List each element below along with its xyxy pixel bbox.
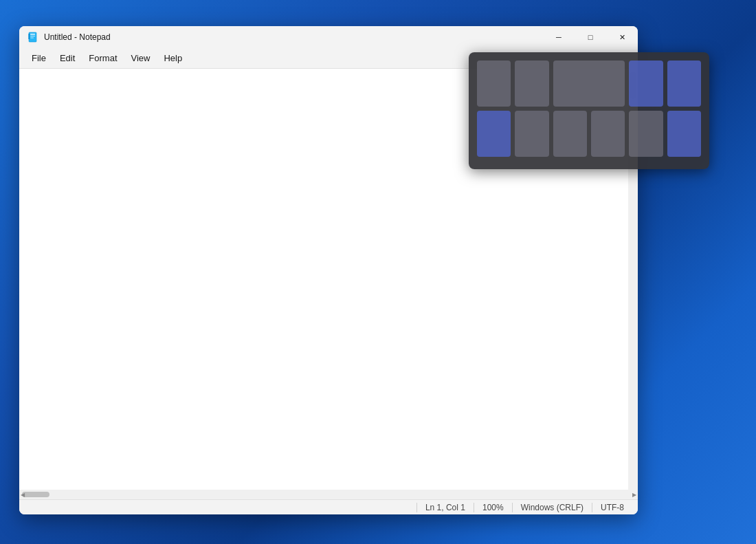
snap-cell-1[interactable] — [477, 61, 511, 107]
snap-cell-6[interactable] — [477, 111, 511, 157]
status-bar: Ln 1, Col 1 100% Windows (CRLF) UTF-8 — [19, 499, 638, 514]
maximize-button[interactable]: □ — [575, 26, 606, 48]
menu-help[interactable]: Help — [157, 50, 189, 66]
scroll-right-arrow[interactable]: ▶ — [632, 492, 636, 498]
snap-cell-2[interactable] — [515, 61, 548, 107]
snap-cell-5[interactable] — [667, 61, 701, 107]
notepad-icon — [27, 32, 38, 43]
status-zoom: 100% — [474, 503, 512, 512]
scrollbar-bottom[interactable]: ◀ ▶ — [19, 490, 638, 499]
svg-rect-2 — [30, 36, 35, 36]
close-button[interactable]: ✕ — [606, 26, 638, 48]
status-position: Ln 1, Col 1 — [416, 503, 474, 512]
scroll-left-arrow[interactable]: ◀ — [21, 492, 25, 498]
svg-rect-3 — [30, 38, 34, 39]
svg-rect-1 — [30, 34, 35, 35]
title-bar-controls: ─ □ ✕ — [543, 26, 638, 48]
menu-view[interactable]: View — [124, 50, 157, 66]
snap-cell-10[interactable] — [629, 111, 663, 157]
svg-rect-4 — [28, 34, 30, 39]
title-bar: Untitled - Notepad ─ □ ✕ — [19, 26, 638, 48]
snap-cell-9[interactable] — [591, 111, 625, 157]
menu-file[interactable]: File — [25, 50, 53, 66]
menu-edit[interactable]: Edit — [53, 50, 82, 66]
menu-format[interactable]: Format — [82, 50, 124, 66]
status-line-ending: Windows (CRLF) — [512, 503, 592, 512]
minimize-button[interactable]: ─ — [543, 26, 575, 48]
status-encoding: UTF-8 — [592, 503, 632, 512]
snap-cell-3[interactable] — [553, 61, 625, 107]
snap-cell-11[interactable] — [667, 111, 701, 157]
snap-cell-4[interactable] — [629, 61, 663, 107]
title-bar-left: Untitled - Notepad — [27, 32, 111, 43]
window-title: Untitled - Notepad — [44, 32, 111, 42]
snap-layout-overlay — [469, 52, 709, 169]
scroll-thumb-horizontal[interactable] — [22, 492, 49, 497]
snap-cell-8[interactable] — [553, 111, 587, 157]
snap-cell-7[interactable] — [515, 111, 548, 157]
